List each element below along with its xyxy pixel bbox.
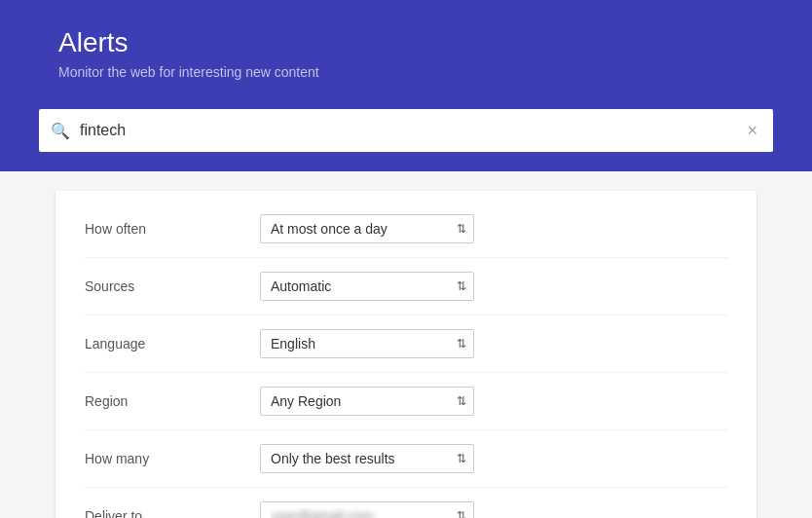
select-wrapper-deliver-to: user@gmail.com ⇅ (260, 501, 474, 518)
select-how-often[interactable]: As-it-happens At most once a day At most… (260, 214, 474, 243)
form-row-sources: Sources Automatic News Blogs Web Video B… (85, 258, 727, 315)
search-bar-container: 🔍 × (39, 109, 773, 152)
select-deliver-to[interactable]: user@gmail.com (260, 501, 474, 518)
label-how-many: How many (85, 451, 260, 466)
select-how-many[interactable]: Only the best results All results (260, 444, 474, 473)
search-icon: 🔍 (51, 122, 70, 140)
select-wrapper-language: All Languages English Spanish French Ger… (260, 329, 474, 358)
select-language[interactable]: All Languages English Spanish French Ger… (260, 329, 474, 358)
label-language: Language (85, 336, 260, 352)
main-content: How often As-it-happens At most once a d… (0, 171, 812, 518)
select-wrapper-how-many: Only the best results All results ⇅ (260, 444, 474, 473)
label-region: Region (85, 393, 260, 409)
options-card: How often As-it-happens At most once a d… (55, 191, 757, 518)
page-title: Alerts (58, 27, 773, 58)
search-area: 🔍 × (0, 109, 812, 171)
select-wrapper-how-often: As-it-happens At most once a day At most… (260, 214, 474, 243)
search-input[interactable] (80, 122, 743, 139)
select-wrapper-sources: Automatic News Blogs Web Video Books Dis… (260, 272, 474, 301)
select-wrapper-region: Any Region United States United Kingdom … (260, 387, 474, 416)
form-row-how-many: How many Only the best results All resul… (85, 430, 727, 488)
clear-icon[interactable]: × (743, 121, 761, 141)
label-sources: Sources (85, 278, 260, 294)
form-row-deliver-to: Deliver to user@gmail.com ⇅ (85, 488, 727, 518)
header-section: Alerts Monitor the web for interesting n… (0, 0, 812, 109)
form-row-region: Region Any Region United States United K… (85, 373, 727, 430)
label-how-often: How often (85, 221, 260, 237)
form-row-language: Language All Languages English Spanish F… (85, 315, 727, 373)
form-row-how-often: How often As-it-happens At most once a d… (85, 201, 727, 258)
page-subtitle: Monitor the web for interesting new cont… (58, 64, 773, 80)
label-deliver-to: Deliver to (85, 508, 260, 518)
select-sources[interactable]: Automatic News Blogs Web Video Books Dis… (260, 272, 474, 301)
select-region[interactable]: Any Region United States United Kingdom … (260, 387, 474, 416)
